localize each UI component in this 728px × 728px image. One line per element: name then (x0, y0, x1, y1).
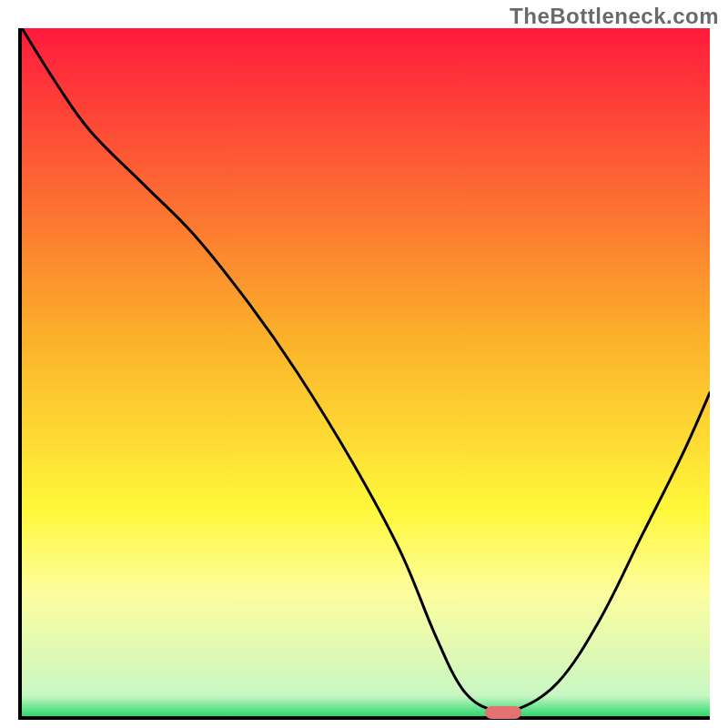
chart-wrapper: TheBottleneck.com (0, 0, 728, 728)
watermark-text: TheBottleneck.com (510, 4, 719, 29)
bottleneck-curve (22, 28, 710, 716)
chart-plot-area (18, 28, 710, 720)
optimal-point-indicator (485, 706, 521, 719)
